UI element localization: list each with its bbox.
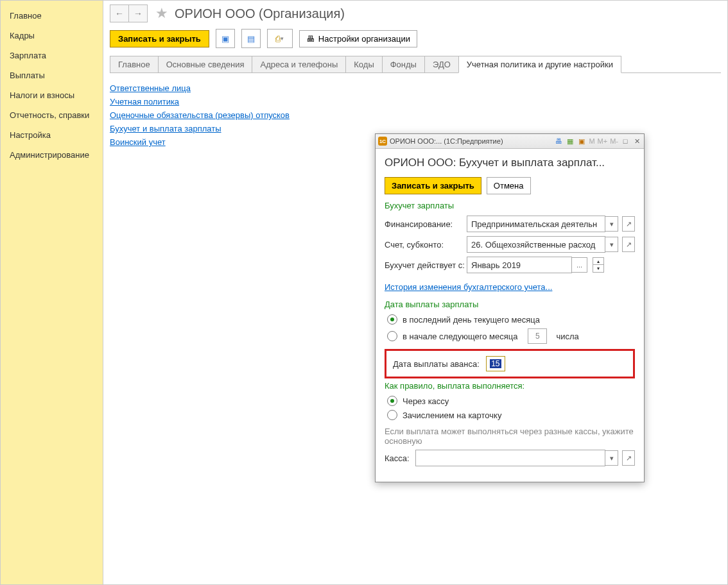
sidebar-item-settings[interactable]: Настройка — [1, 125, 103, 145]
m-minus-button[interactable]: M- — [610, 137, 618, 145]
nav-back-button[interactable]: ← — [110, 4, 129, 22]
financing-dropdown-button[interactable]: ▾ — [605, 216, 618, 232]
floppy-icon: ▣ — [221, 34, 229, 44]
sidebar-item-main[interactable]: Главное — [1, 6, 103, 26]
radio-nextmonth[interactable] — [387, 331, 397, 341]
financing-select[interactable]: Предпринимательская деятельн — [467, 216, 605, 232]
advance-highlight: Дата выплаты аванса: 15 — [385, 349, 635, 378]
tab-main[interactable]: Главное — [110, 56, 159, 72]
print-icon-button[interactable]: 🖶 — [554, 137, 563, 146]
advance-day-input[interactable]: 15 — [486, 356, 505, 371]
effective-input[interactable]: Январь 2019 — [467, 257, 572, 273]
nextmonth-day-input[interactable]: 5 — [528, 328, 547, 344]
effective-spin-up[interactable]: ▴ — [593, 257, 604, 265]
dialog-cancel-button[interactable]: Отмена — [487, 177, 531, 194]
radio-lastday[interactable] — [387, 314, 397, 325]
financing-row: Финансирование: Предпринимательская деят… — [385, 216, 635, 232]
main-toolbar: Записать и закрыть ▣ ▤ ⎙ ▾ 🖶 Настройки о… — [103, 24, 727, 56]
radio-lastday-label: в последний день текущего месяца — [403, 315, 540, 325]
effective-spinner: ▴ ▾ — [593, 257, 604, 273]
effective-row: Бухучет действует с: Январь 2019 ... ▴ ▾ — [385, 257, 635, 273]
list-icon-button[interactable]: ▤ — [241, 29, 261, 48]
financing-open-button[interactable]: ↗ — [622, 216, 635, 232]
effective-spin-down[interactable]: ▾ — [593, 265, 604, 273]
maximize-button[interactable]: □ — [621, 137, 630, 146]
calendar-icon-button[interactable]: ▣ — [577, 137, 586, 146]
dialog-body: ОРИОН ООО: Бухучет и выплата зарплат... … — [376, 149, 644, 482]
sidebar-item-reports[interactable]: Отчетность, справки — [1, 105, 103, 125]
dialog-toolbar: Записать и закрыть Отмена — [385, 177, 635, 194]
link-reserves[interactable]: Оценочные обязательства (резервы) отпуск… — [110, 110, 721, 120]
tab-accounting-policy[interactable]: Учетная политика и другие настройки — [458, 56, 621, 73]
sidebar-item-payments[interactable]: Выплаты — [1, 65, 103, 85]
app-logo-icon: 1C — [378, 137, 387, 146]
m-plus-button[interactable]: M+ — [598, 137, 608, 145]
save-icon-button[interactable]: ▣ — [216, 29, 235, 48]
sidebar-item-admin[interactable]: Администрирование — [1, 145, 103, 165]
tab-addresses[interactable]: Адреса и телефоны — [252, 56, 346, 72]
dialog-window-title: ОРИОН ООО:... (1С:Предприятие) — [390, 137, 503, 145]
sidebar-item-hr[interactable]: Кадры — [1, 26, 103, 46]
cashdesk-open-button[interactable]: ↗ — [622, 450, 635, 466]
dialog-titlebar[interactable]: 1C ОРИОН ООО:... (1С:Предприятие) 🖶 ▦ ▣ … — [376, 134, 644, 149]
dialog-accounting-pay: 1C ОРИОН ООО:... (1С:Предприятие) 🖶 ▦ ▣ … — [375, 133, 645, 482]
effective-more-button[interactable]: ... — [572, 257, 587, 273]
multi-cash-note: Если выплата может выполняться через раз… — [385, 427, 635, 446]
account-select[interactable]: 26. Общехозяйственные расход — [467, 236, 605, 253]
radio-nextmonth-row: в начале следующего месяца 5 числа — [387, 328, 635, 344]
calc-icon-button[interactable]: ▦ — [566, 137, 575, 146]
nav-forward-button[interactable]: → — [129, 4, 148, 22]
financing-label: Финансирование: — [385, 219, 467, 229]
save-close-button[interactable]: Записать и закрыть — [110, 30, 209, 47]
m-button[interactable]: M — [589, 137, 594, 145]
favorite-star-icon[interactable]: ★ — [155, 5, 168, 22]
nextmonth-suffix: числа — [556, 332, 578, 341]
sidebar: Главное Кадры Зарплата Выплаты Налоги и … — [1, 1, 103, 584]
advance-row: Дата выплаты аванса: 15 — [393, 356, 627, 371]
attachment-button[interactable]: ⎙ ▾ — [267, 29, 293, 48]
header: ← → ★ ОРИОН ООО (Организация) — [103, 1, 727, 24]
effective-label: Бухучет действует с: — [385, 260, 467, 270]
radio-cash-row: Через кассу — [387, 396, 635, 406]
tab-funds[interactable]: Фонды — [382, 56, 425, 72]
tab-edo[interactable]: ЭДО — [424, 56, 459, 72]
cashdesk-label: Касса: — [385, 454, 415, 463]
advance-label: Дата выплаты аванса: — [393, 359, 480, 369]
radio-cash[interactable] — [387, 396, 397, 406]
tabs: Главное Основные сведения Адреса и телеф… — [110, 56, 721, 73]
link-responsible[interactable]: Ответственные лица — [110, 83, 721, 93]
account-row: Счет, субконто: 26. Общехозяйственные ра… — [385, 236, 635, 253]
page-title: ОРИОН ООО (Организация) — [175, 6, 345, 21]
radio-cash-label: Через кассу — [403, 396, 449, 406]
radio-card-row: Зачислением на карточку — [387, 410, 635, 420]
link-accounting-pay[interactable]: Бухучет и выплата зарплаты — [110, 124, 721, 133]
history-link[interactable]: История изменения бухгалтерского учета..… — [385, 282, 552, 292]
cashdesk-row: Касса: ▾ ↗ — [385, 450, 635, 466]
link-policy[interactable]: Учетная политика — [110, 97, 721, 106]
tab-basic[interactable]: Основные сведения — [158, 56, 253, 72]
radio-lastday-row: в последний день текущего месяца — [387, 314, 635, 325]
radio-card-label: Зачислением на карточку — [403, 411, 501, 420]
section-method-header: Как правило, выплата выполняется: — [385, 381, 635, 391]
section-accounting-header: Бухучет зарплаты — [385, 201, 635, 210]
sidebar-item-salary[interactable]: Зарплата — [1, 46, 103, 65]
account-open-button[interactable]: ↗ — [622, 237, 635, 252]
list-icon: ▤ — [247, 34, 255, 44]
attachment-icon: ⎙ — [275, 34, 281, 44]
close-button[interactable]: ✕ — [632, 137, 641, 146]
section-paydate-header: Дата выплаты зарплаты — [385, 300, 635, 309]
dialog-save-close-button[interactable]: Записать и закрыть — [385, 177, 481, 194]
cashdesk-dropdown-button[interactable]: ▾ — [605, 450, 618, 466]
dialog-heading: ОРИОН ООО: Бухучет и выплата зарплат... — [385, 157, 635, 169]
org-settings-button[interactable]: 🖶 Настройки организации — [299, 30, 417, 47]
account-dropdown-button[interactable]: ▾ — [605, 237, 618, 252]
account-label: Счет, субконто: — [385, 240, 467, 250]
tab-codes[interactable]: Коды — [345, 56, 382, 72]
sidebar-item-taxes[interactable]: Налоги и взносы — [1, 85, 103, 105]
radio-card[interactable] — [387, 410, 397, 420]
print-icon: 🖶 — [306, 34, 315, 44]
radio-nextmonth-label: в начале следующего месяца — [403, 332, 517, 341]
cashdesk-select[interactable] — [415, 450, 605, 466]
chevron-down-icon: ▾ — [281, 35, 284, 42]
